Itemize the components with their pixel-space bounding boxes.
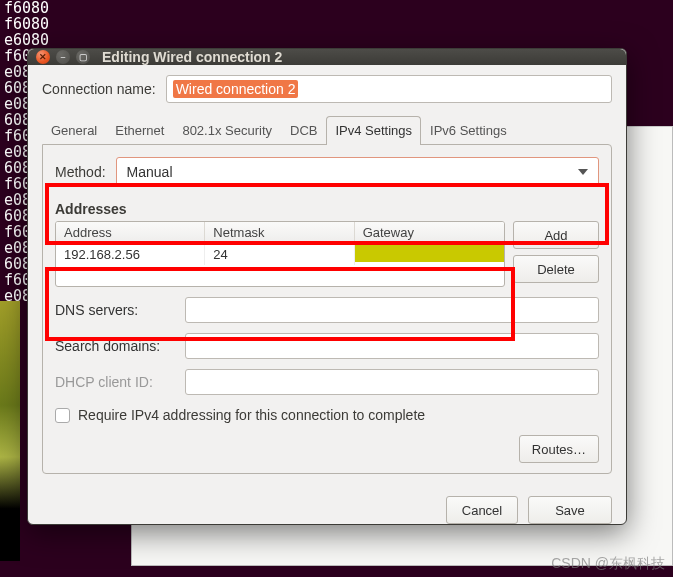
require-ipv4-label: Require IPv4 addressing for this connect…	[78, 407, 425, 423]
add-button[interactable]: Add	[513, 221, 599, 249]
tabs: General Ethernet 802.1x Security DCB IPv…	[42, 115, 612, 144]
search-domains-label: Search domains:	[55, 338, 177, 354]
method-value: Manual	[127, 164, 173, 180]
connection-name-value: Wired connection 2	[173, 80, 299, 98]
background-strip	[0, 301, 20, 561]
tab-ipv4-settings[interactable]: IPv4 Settings	[326, 116, 421, 145]
tab-8021x-security[interactable]: 802.1x Security	[173, 116, 281, 145]
chevron-down-icon	[578, 169, 588, 175]
dns-input[interactable]	[185, 297, 599, 323]
ipv4-panel: Method: Manual Addresses Address Netmask…	[42, 144, 612, 474]
connection-name-label: Connection name:	[42, 81, 156, 97]
tab-ipv6-settings[interactable]: IPv6 Settings	[421, 116, 516, 145]
require-ipv4-checkbox[interactable]	[55, 408, 70, 423]
col-gateway[interactable]: Gateway	[355, 222, 504, 243]
tab-general[interactable]: General	[42, 116, 106, 145]
close-icon[interactable]: ✕	[36, 50, 50, 64]
cancel-button[interactable]: Cancel	[446, 496, 518, 524]
maximize-icon[interactable]: ▢	[76, 50, 90, 64]
cell-gateway[interactable]	[355, 244, 504, 262]
table-row[interactable]: 192.168.2.56 24	[56, 244, 504, 265]
watermark: CSDN @东枫科技	[551, 555, 665, 573]
edit-connection-dialog: ✕ – ▢ Editing Wired connection 2 Connect…	[27, 48, 627, 525]
dns-label: DNS servers:	[55, 302, 177, 318]
cell-netmask[interactable]: 24	[205, 244, 354, 265]
titlebar[interactable]: ✕ – ▢ Editing Wired connection 2	[28, 49, 626, 65]
addresses-title: Addresses	[55, 201, 599, 217]
minimize-icon[interactable]: –	[56, 50, 70, 64]
col-address[interactable]: Address	[56, 222, 205, 243]
cell-address[interactable]: 192.168.2.56	[56, 244, 205, 265]
method-combo[interactable]: Manual	[116, 157, 599, 187]
dhcp-client-id-input[interactable]	[185, 369, 599, 395]
connection-name-input[interactable]: Wired connection 2	[166, 75, 612, 103]
dhcp-client-id-label: DHCP client ID:	[55, 374, 177, 390]
method-label: Method:	[55, 164, 106, 180]
tab-dcb[interactable]: DCB	[281, 116, 326, 145]
col-netmask[interactable]: Netmask	[205, 222, 354, 243]
addresses-table[interactable]: Address Netmask Gateway 192.168.2.56 24	[55, 221, 505, 287]
tab-ethernet[interactable]: Ethernet	[106, 116, 173, 145]
routes-button[interactable]: Routes…	[519, 435, 599, 463]
save-button[interactable]: Save	[528, 496, 612, 524]
window-title: Editing Wired connection 2	[102, 49, 282, 65]
search-domains-input[interactable]	[185, 333, 599, 359]
delete-button[interactable]: Delete	[513, 255, 599, 283]
